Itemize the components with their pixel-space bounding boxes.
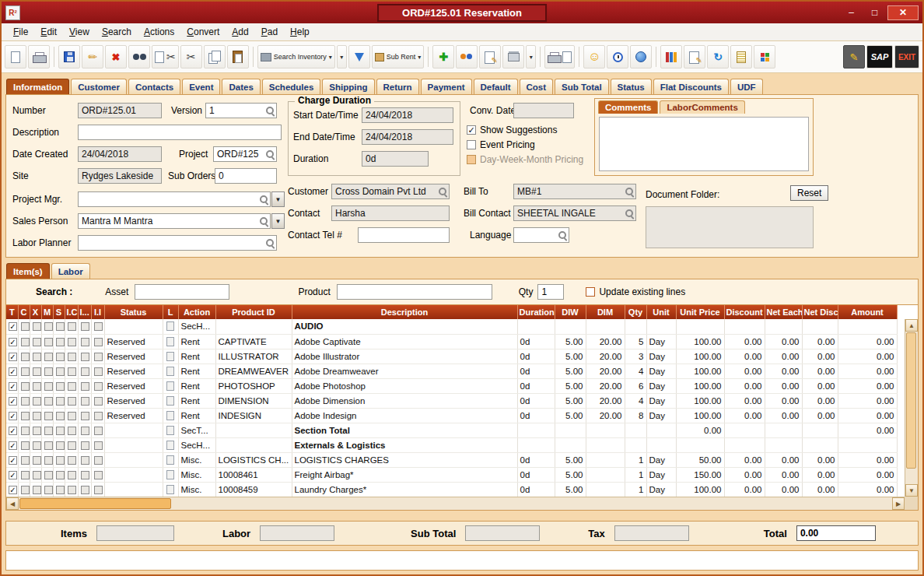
version-input[interactable] xyxy=(206,104,265,118)
table-row[interactable]: ✓Misc.10008459Laundry Charges*0d5.001Day… xyxy=(6,482,897,497)
column-header-amount[interactable]: Amount xyxy=(838,305,897,319)
sales-person-input[interactable] xyxy=(79,214,259,228)
row-checkbox[interactable] xyxy=(33,353,41,361)
scroll-right-icon[interactable]: ▶ xyxy=(892,497,905,510)
row-checkbox[interactable]: ✓ xyxy=(9,471,17,479)
refresh-button[interactable]: ↻ xyxy=(707,45,729,68)
search-icon[interactable] xyxy=(265,106,275,116)
search-icon[interactable] xyxy=(259,216,269,227)
column-header-l[interactable]: L xyxy=(163,305,178,319)
row-checkbox[interactable] xyxy=(81,486,89,494)
web-button[interactable] xyxy=(630,45,652,68)
scroll-up-icon[interactable]: ▲ xyxy=(905,319,918,332)
row-checkbox[interactable]: ✓ xyxy=(9,486,17,494)
horizontal-scrollbar[interactable]: ◀ ▶ xyxy=(6,497,905,510)
tab-labor[interactable]: Labor xyxy=(51,263,90,279)
row-checkbox[interactable] xyxy=(68,397,76,406)
row-checkbox[interactable] xyxy=(81,397,89,406)
row-checkbox[interactable] xyxy=(33,367,41,376)
row-checkbox[interactable] xyxy=(56,382,65,391)
row-checkbox[interactable] xyxy=(44,353,53,361)
tab-shipping[interactable]: Shipping xyxy=(322,79,374,94)
search-icon[interactable] xyxy=(259,195,269,205)
row-checkbox[interactable]: ✓ xyxy=(9,322,17,331)
vertical-scroll-thumb[interactable] xyxy=(906,332,916,469)
end-date-input[interactable] xyxy=(362,130,453,144)
row-checkbox[interactable] xyxy=(56,353,65,361)
row-checkbox[interactable] xyxy=(44,456,53,465)
row-checkbox[interactable] xyxy=(81,471,89,479)
menu-file[interactable]: File xyxy=(8,25,33,39)
row-checkbox[interactable] xyxy=(33,382,41,391)
menu-edit[interactable]: Edit xyxy=(35,25,62,39)
table-row[interactable]: ✓ReservedRentILLUSTRATORAdobe Illustrato… xyxy=(6,349,897,364)
search-icon[interactable] xyxy=(625,209,635,219)
row-checkbox[interactable] xyxy=(94,427,103,435)
row-checkbox[interactable] xyxy=(94,441,103,450)
row-checkbox[interactable]: ✓ xyxy=(9,441,17,450)
table-row[interactable]: ✓SecT...Section Total0.000.00 xyxy=(6,423,897,437)
row-checkbox[interactable] xyxy=(44,412,53,420)
duration-input[interactable] xyxy=(362,152,428,166)
bill-to-input[interactable] xyxy=(514,184,625,198)
row-checkbox[interactable] xyxy=(94,322,103,331)
tab-udf[interactable]: UDF xyxy=(730,79,763,94)
column-header-dim[interactable]: DIM xyxy=(586,305,625,319)
cut-line-button[interactable]: ✂ xyxy=(152,45,179,68)
search-icon[interactable] xyxy=(558,230,568,241)
row-checkbox[interactable] xyxy=(68,322,76,331)
contact-tel-input[interactable] xyxy=(359,228,449,242)
event-pricing-checkbox[interactable]: Event Pricing xyxy=(467,139,535,150)
site-input[interactable] xyxy=(79,169,161,183)
compose-button[interactable] xyxy=(684,45,705,68)
menu-actions[interactable]: Actions xyxy=(138,25,180,39)
table-row[interactable]: ✓ReservedRentDREAMWEAVERAdobe Dreamweave… xyxy=(6,364,897,378)
row-checkbox[interactable] xyxy=(21,486,30,494)
asset-input[interactable] xyxy=(135,285,229,299)
table-row[interactable]: ✓ReservedRentPHOTOSHOPAdobe Photoshop0d5… xyxy=(6,378,897,393)
row-checkbox[interactable] xyxy=(21,367,30,376)
labor-planner-input[interactable] xyxy=(79,236,265,250)
row-checkbox[interactable] xyxy=(56,427,65,435)
column-header-status[interactable]: Status xyxy=(104,305,163,319)
table-row[interactable]: ✓SecH...Externals & Logistics xyxy=(6,437,897,452)
grand-total-input[interactable] xyxy=(797,526,875,540)
row-checkbox[interactable] xyxy=(68,486,76,494)
row-checkbox[interactable]: ✓ xyxy=(9,456,17,465)
column-header-net-disc[interactable]: Net Disc xyxy=(802,305,838,319)
column-header-m[interactable]: M xyxy=(41,305,53,319)
row-checkbox[interactable] xyxy=(94,338,103,346)
row-checkbox[interactable] xyxy=(56,367,65,376)
row-checkbox[interactable] xyxy=(33,441,41,450)
tax-input[interactable] xyxy=(615,526,688,540)
cards-button[interactable] xyxy=(502,45,524,68)
project-mgr-input[interactable] xyxy=(79,192,259,206)
invoice-button[interactable] xyxy=(730,45,752,68)
row-checkbox[interactable] xyxy=(33,486,41,494)
row-checkbox[interactable] xyxy=(44,382,53,391)
tab-sub-total[interactable]: Sub Total xyxy=(555,79,609,94)
row-checkbox[interactable] xyxy=(94,456,103,465)
row-checkbox[interactable] xyxy=(56,397,65,406)
menu-pad[interactable]: Pad xyxy=(256,25,283,39)
copy-button[interactable] xyxy=(204,45,226,68)
show-suggestions-checkbox[interactable]: ✓Show Suggestions xyxy=(467,125,557,135)
row-checkbox[interactable] xyxy=(56,486,65,494)
cut-button[interactable]: ✂ xyxy=(180,45,202,68)
column-header-i[interactable]: I... xyxy=(78,305,91,319)
row-checkbox[interactable] xyxy=(94,412,103,420)
column-header-s[interactable]: S xyxy=(53,305,65,319)
new-document-button[interactable] xyxy=(5,45,26,68)
row-checkbox[interactable] xyxy=(21,338,30,346)
paste-button[interactable] xyxy=(227,45,249,68)
row-checkbox[interactable] xyxy=(68,338,76,346)
column-header-unit[interactable]: Unit xyxy=(646,305,676,319)
resources-button[interactable] xyxy=(456,45,478,68)
row-checkbox[interactable] xyxy=(81,456,89,465)
column-header-t[interactable]: T xyxy=(6,305,18,319)
apps-button[interactable] xyxy=(754,45,775,68)
table-row[interactable]: ✓SecH...AUDIO xyxy=(6,319,897,334)
row-checkbox[interactable] xyxy=(21,471,30,479)
row-checkbox[interactable] xyxy=(44,486,53,494)
row-checkbox[interactable] xyxy=(21,412,30,420)
